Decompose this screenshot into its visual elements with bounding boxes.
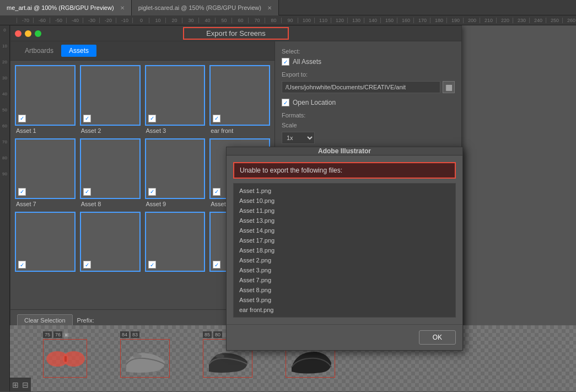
list-item: ✓ Asset 7 xyxy=(15,138,76,207)
list-item: ✓ Asset 8 xyxy=(80,138,141,207)
export-to-label: Export to: xyxy=(282,71,455,78)
asset-thumb-6[interactable]: ✓ xyxy=(80,138,141,199)
window-minimize-btn[interactable] xyxy=(25,30,31,37)
preview-item-2: 84 83 xyxy=(120,339,170,378)
asset-label-4: ear front xyxy=(209,127,233,134)
list-item: ✓ xyxy=(80,212,141,274)
window-controls xyxy=(15,30,41,37)
list-item: Asset 7.png xyxy=(234,275,455,285)
asset-thumb-2[interactable]: ✓ xyxy=(80,65,141,126)
all-assets-row: ✓ All Assets xyxy=(282,58,455,66)
ai-dialog: Adobe Illustrator Unable to export the f… xyxy=(226,147,463,351)
tab-1-close[interactable]: ✕ xyxy=(120,5,125,11)
dialog-titlebar: Export for Screens xyxy=(10,26,461,41)
canvas-area: 0 10 20 30 40 50 60 70 80 90 Export for … xyxy=(0,25,576,391)
scale-select-row: 1x xyxy=(282,132,455,144)
formats-row: Formats: Scale 1x xyxy=(282,112,455,144)
asset-thumb-7[interactable]: ✓ xyxy=(145,138,206,199)
asset-label-6: Asset 8 xyxy=(80,201,101,207)
asset-checkbox-1[interactable]: ✓ xyxy=(18,115,26,122)
ai-dialog-body: Unable to export the following files: As… xyxy=(227,155,462,324)
asset-checkbox-4[interactable]: ✓ xyxy=(213,115,220,122)
panel-tabs: Artboards Assets xyxy=(10,41,274,61)
scale-select[interactable]: 1x xyxy=(282,132,315,144)
asset-checkbox-7[interactable]: ✓ xyxy=(148,188,156,196)
asset-checkbox-10[interactable]: ✓ xyxy=(83,261,91,269)
asset-label-2: Asset 2 xyxy=(80,127,101,134)
list-item: Asset 11.png xyxy=(234,206,455,216)
prefix-label: Prefix: xyxy=(77,317,94,324)
tab-artboards[interactable]: Artboards xyxy=(17,45,61,57)
asset-checkbox-6[interactable]: ✓ xyxy=(83,188,91,196)
ai-dialog-footer: OK xyxy=(227,324,462,350)
vertical-ruler: 0 10 20 30 40 50 60 70 80 90 xyxy=(0,25,10,391)
asset-checkbox-5[interactable]: ✓ xyxy=(18,188,26,196)
list-item: Asset 3.png xyxy=(234,265,455,275)
open-location-checkbox[interactable]: ✓ xyxy=(282,99,289,106)
list-item: ✓ Asset 9 xyxy=(145,138,206,207)
preview-item-1: 75 76 ▣ xyxy=(43,339,87,378)
asset-checkbox-3[interactable]: ✓ xyxy=(148,115,156,122)
list-item: ✓ xyxy=(15,212,76,274)
asset-thumb-10[interactable]: ✓ xyxy=(80,212,141,272)
ai-file-list[interactable]: Asset 1.png Asset 10.png Asset 11.png As… xyxy=(233,183,456,318)
ok-button[interactable]: OK xyxy=(419,330,456,345)
asset-checkbox-2[interactable]: ✓ xyxy=(83,115,91,122)
bottom-icons: ⊞ ⊟ xyxy=(10,378,31,391)
window-close-btn[interactable] xyxy=(15,30,21,37)
clear-selection-button[interactable]: Clear Selection xyxy=(17,314,73,326)
list-item: Asset 2.png xyxy=(234,255,455,265)
ai-error-header: Unable to export the following files: xyxy=(233,162,456,179)
list-item: Asset 18.png xyxy=(234,245,455,255)
all-assets-checkbox[interactable]: ✓ xyxy=(282,58,289,66)
select-label: Select: xyxy=(282,48,455,55)
list-item: ✓ xyxy=(145,212,206,274)
list-item: ✓ Asset 1 xyxy=(15,65,76,134)
browse-button[interactable]: ▦ xyxy=(443,81,455,93)
ruler-marks: -70 -60 -50 -40 -30 -20 -10 0 10 20 30 4… xyxy=(17,18,576,23)
list-item: Asset 10.png xyxy=(234,196,455,206)
asset-label-7: Asset 9 xyxy=(145,201,166,207)
ai-dialog-title: Adobe Illustrator xyxy=(227,147,462,155)
asset-thumb-11[interactable]: ✓ xyxy=(145,212,206,272)
tab-1-label: me_art.ai @ 100% (RGB/GPU Preview) xyxy=(7,4,114,11)
window-maximize-btn[interactable] xyxy=(35,30,41,37)
asset-thumb-4[interactable]: ✓ xyxy=(209,65,270,126)
list-item: Asset 13.png xyxy=(234,216,455,225)
export-path-input[interactable] xyxy=(282,81,440,93)
tab-2-label: piglet-scared.ai @ 150% (RGB/GPU Preview… xyxy=(138,4,261,11)
select-row: Select: ✓ All Assets xyxy=(282,48,455,66)
scale-row: Scale xyxy=(282,122,455,130)
asset-checkbox-11[interactable]: ✓ xyxy=(148,261,156,269)
export-to-row: Export to: ▦ xyxy=(282,71,455,93)
scale-label: Scale xyxy=(282,122,297,128)
formats-label: Formats: xyxy=(282,112,455,119)
asset-checkbox-8[interactable]: ✓ xyxy=(213,188,220,196)
open-location-label: Open Location xyxy=(293,99,336,106)
asset-thumb-3[interactable]: ✓ xyxy=(145,65,206,126)
grid-view-icon[interactable]: ⊞ xyxy=(12,380,19,389)
main-area: 0 10 20 30 40 50 60 70 80 90 Export for … xyxy=(0,25,576,391)
list-item: Asset 1.png xyxy=(234,186,455,196)
asset-thumb-5[interactable]: ✓ xyxy=(15,138,76,199)
asset-label-3: Asset 3 xyxy=(145,127,166,134)
list-item: ✓ ear front xyxy=(209,65,270,134)
all-assets-label: All Assets xyxy=(293,58,321,66)
open-location-row: ✓ Open Location xyxy=(282,99,455,106)
asset-checkbox-9[interactable]: ✓ xyxy=(18,261,26,269)
asset-thumb-9[interactable]: ✓ xyxy=(15,212,76,272)
tab-2[interactable]: piglet-scared.ai @ 150% (RGB/GPU Preview… xyxy=(132,0,279,15)
list-item: Asset 8.png xyxy=(234,285,455,295)
list-item: Asset 14.png xyxy=(234,225,455,235)
asset-checkbox-12[interactable]: ✓ xyxy=(213,261,220,269)
svg-rect-2 xyxy=(64,356,67,362)
asset-thumb-1[interactable]: ✓ xyxy=(15,65,76,126)
tab-assets[interactable]: Assets xyxy=(61,45,96,57)
list-view-icon[interactable]: ⊟ xyxy=(22,380,29,389)
tab-1[interactable]: me_art.ai @ 100% (RGB/GPU Preview) ✕ xyxy=(0,0,132,15)
tab-bar: me_art.ai @ 100% (RGB/GPU Preview) ✕ pig… xyxy=(0,0,576,15)
tab-2-close[interactable]: ✕ xyxy=(267,5,272,11)
asset-label-5: Asset 7 xyxy=(15,201,36,207)
list-item: ✓ Asset 3 xyxy=(145,65,206,134)
svg-point-3 xyxy=(133,354,142,358)
